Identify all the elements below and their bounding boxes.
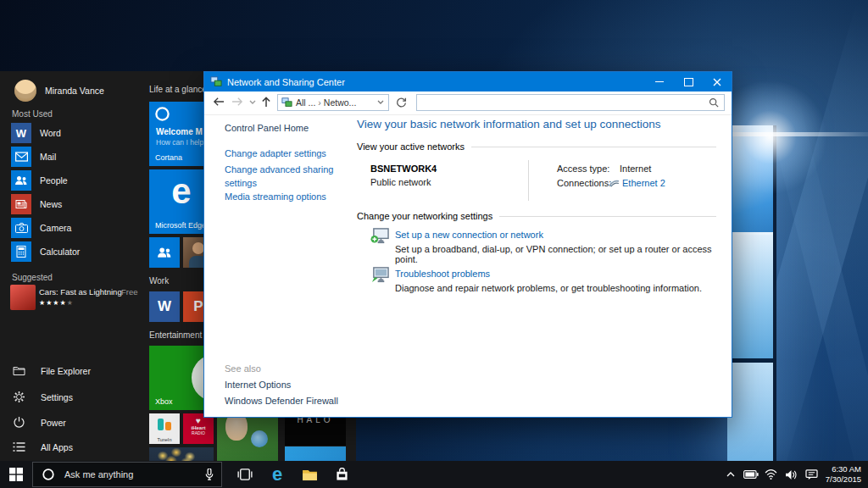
calculator-icon [11, 241, 31, 262]
nav-internet-options[interactable]: Internet Options [225, 380, 291, 390]
word-icon: W [11, 123, 31, 143]
search-placeholder: Ask me anything [64, 469, 205, 480]
recent-pages-chevron-icon[interactable] [249, 100, 256, 105]
setup-connection-link[interactable]: Set up a new connection or network [395, 230, 543, 240]
xbox-tile-label: Xbox [155, 397, 173, 406]
sidebar-item-file-explorer[interactable]: File Explorer [13, 365, 91, 376]
nav-windows-defender-firewall[interactable]: Windows Defender Firewall [225, 396, 338, 406]
tile-movies-popcorn[interactable] [149, 447, 214, 461]
store-bag-icon [336, 468, 348, 481]
word-icon: W [158, 298, 171, 315]
sidebar-item-power[interactable]: Power [13, 416, 66, 429]
tile-music[interactable] [285, 446, 346, 461]
network-type: Public network [370, 177, 431, 187]
connections-ethernet-link[interactable]: Ethernet 2 [622, 178, 665, 188]
powerpoint-icon: P [193, 298, 203, 315]
access-type-value: Internet [620, 164, 651, 174]
nav-media-streaming-options[interactable]: Media streaming options [225, 191, 326, 202]
up-icon[interactable] [261, 97, 271, 108]
app-news[interactable]: News [11, 194, 62, 214]
suggested-app-name: Cars: Fast as Lightning [39, 287, 122, 297]
sidebar-item-all-apps[interactable]: All Apps [13, 441, 73, 452]
setup-connection-icon [370, 227, 390, 245]
all-apps-icon [13, 441, 25, 452]
tray-wifi[interactable] [761, 461, 782, 488]
app-mail[interactable]: Mail [11, 147, 56, 167]
battery-icon [743, 470, 759, 479]
tile-word[interactable]: W [149, 291, 180, 322]
taskbar: Ask me anything e [0, 461, 868, 488]
networking-settings-label: Change your networking settings [357, 211, 492, 221]
window-title: Network and Sharing Center [227, 77, 345, 87]
minimize-button[interactable] [645, 72, 674, 92]
refresh-icon[interactable] [396, 97, 407, 108]
news-icon [11, 194, 31, 214]
access-type-label: Access type: [557, 164, 609, 174]
breadcrumb-root[interactable]: All ... [296, 97, 315, 108]
cortana-icon [42, 468, 55, 481]
tile-people-small[interactable] [149, 237, 180, 268]
search-control-panel-input[interactable] [416, 94, 725, 111]
suggested-header: Suggested [12, 273, 53, 282]
window-titlebar[interactable]: Network and Sharing Center [204, 72, 732, 92]
tray-chevron-button[interactable] [721, 461, 741, 488]
mail-icon [11, 147, 31, 167]
network-divider [528, 160, 529, 201]
user-account[interactable]: Miranda Vance [14, 80, 104, 102]
breadcrumb-separator: › [318, 97, 321, 108]
back-icon[interactable] [213, 97, 225, 107]
address-dropdown-chevron-icon[interactable] [377, 100, 384, 105]
address-network-icon [281, 97, 292, 108]
app-camera[interactable]: Camera [11, 218, 71, 238]
cortana-tile-subtitle: How can I help [156, 138, 203, 147]
close-button[interactable] [703, 72, 732, 92]
forward-icon[interactable] [231, 97, 243, 107]
start-button[interactable] [0, 461, 32, 488]
taskbar-file-explorer-button[interactable] [293, 461, 326, 488]
folder-icon [302, 469, 318, 481]
network-sharing-center-window: Network and Sharing Center All ... › Net… [203, 71, 732, 418]
nav-control-panel-home[interactable]: Control Panel Home [225, 123, 309, 133]
tunein-logo [165, 422, 171, 430]
network-name: BSNETWORK4 [370, 164, 437, 174]
nav-change-advanced-sharing[interactable]: Change advanced sharing settings [225, 164, 353, 191]
wifi-icon [765, 469, 777, 480]
tray-battery[interactable] [741, 461, 761, 488]
desktop: Miranda Vance Most Used W Word Mail Peop… [0, 0, 868, 488]
app-word[interactable]: W Word [11, 123, 61, 143]
tile-iheartradio[interactable]: ♥ iHeart RADIO [183, 413, 214, 444]
tunein-tile-label: TuneIn [149, 437, 180, 442]
photo-face [192, 242, 204, 254]
taskbar-store-button[interactable] [326, 461, 358, 488]
taskbar-clock[interactable]: 6:30 AM 7/30/2015 [822, 464, 868, 485]
tray-volume[interactable] [782, 461, 802, 488]
sidebar-item-settings[interactable]: Settings [13, 391, 73, 403]
app-calculator[interactable]: Calculator [11, 241, 80, 262]
microphone-icon[interactable] [205, 469, 214, 481]
action-center-icon [805, 469, 818, 480]
nav-change-adapter-settings[interactable]: Change adapter settings [225, 148, 326, 158]
action-center-button[interactable] [802, 461, 822, 488]
troubleshoot-desc: Diagnose and repair network problems, or… [395, 283, 702, 293]
tunein-logo [158, 419, 164, 430]
connections-label: Connections: [557, 178, 611, 188]
most-used-header: Most Used [12, 109, 53, 119]
app-people[interactable]: People [11, 170, 68, 191]
breadcrumb-current[interactable]: Netwo... [324, 97, 357, 108]
address-bar[interactable]: All ... › Netwo... [277, 94, 389, 111]
tile-tunein[interactable]: TuneIn [149, 413, 180, 444]
troubleshoot-icon [370, 266, 390, 284]
edge-tile-label: Microsoft Edge [155, 221, 206, 230]
maximize-button[interactable] [674, 72, 703, 92]
search-icon [709, 97, 719, 108]
rating-stars: ★★★★★ [39, 299, 74, 307]
troubleshoot-link[interactable]: Troubleshoot problems [395, 269, 490, 279]
task-view-button[interactable] [229, 461, 261, 488]
user-name: Miranda Vance [45, 86, 104, 96]
cortana-search-box[interactable]: Ask me anything [32, 462, 222, 487]
cortana-tile-title: Welcome M [156, 127, 203, 136]
avatar [14, 80, 36, 102]
clock-date: 7/30/2015 [826, 474, 861, 485]
task-view-icon [237, 469, 253, 480]
taskbar-edge-button[interactable]: e [261, 461, 293, 488]
